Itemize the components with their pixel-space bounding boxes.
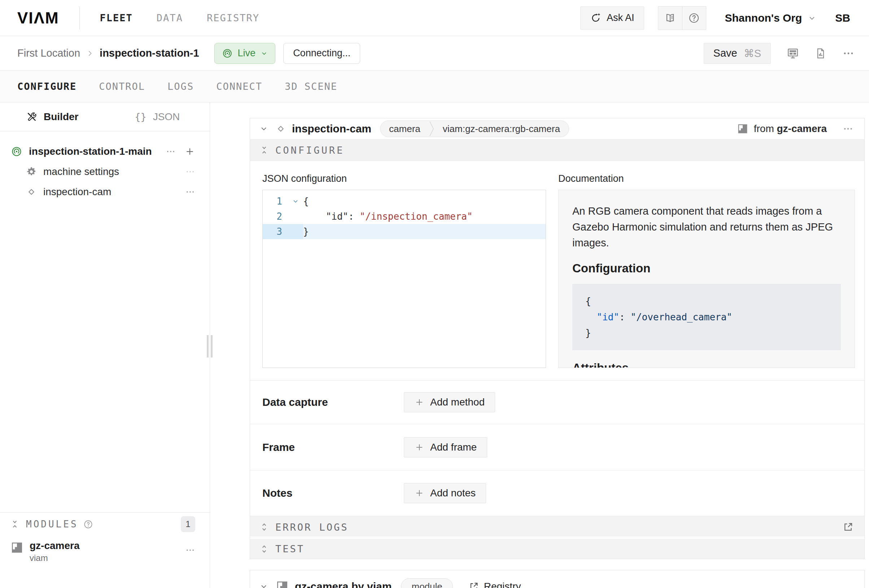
- collapse-chevron-icon[interactable]: [260, 582, 268, 588]
- avatar[interactable]: SB: [835, 12, 850, 24]
- braces-icon: {}: [135, 111, 147, 122]
- inspection-cam-more-menu[interactable]: [185, 187, 195, 197]
- builder-mode-button[interactable]: Builder: [0, 102, 105, 131]
- sidebar-resize-handle[interactable]: [207, 335, 212, 357]
- connecting-button[interactable]: Connecting...: [283, 43, 360, 64]
- save-shortcut: ⌘S: [744, 47, 761, 59]
- pill-separator-icon: [429, 121, 434, 137]
- json-editor[interactable]: 1 { 2 "id": "/inspection_camera": [262, 190, 546, 368]
- add-component-button[interactable]: [184, 146, 195, 157]
- tab-control[interactable]: CONTROL: [99, 81, 145, 92]
- ask-ai-icon: [590, 12, 602, 24]
- component-more-menu[interactable]: [843, 123, 853, 134]
- nav-fleet[interactable]: FLEET: [100, 12, 133, 24]
- fold-chevron-icon[interactable]: [288, 194, 303, 209]
- configure-section-body: JSON configuration 1 { 2: [250, 161, 864, 380]
- divider: [79, 6, 80, 30]
- module-icon: [11, 542, 23, 554]
- ask-ai-button[interactable]: Ask AI: [580, 6, 644, 30]
- tree-item-main-part[interactable]: inspection-station-1-main: [0, 141, 210, 161]
- nav-data[interactable]: DATA: [157, 12, 183, 24]
- data-capture-row: Data capture Add method: [250, 380, 864, 424]
- module-icon: [737, 123, 748, 134]
- tree-item-machine-settings[interactable]: machine settings: [0, 161, 210, 182]
- breadcrumb-location[interactable]: First Location: [17, 47, 80, 59]
- tree-item-inspection-cam[interactable]: inspection-cam: [0, 182, 210, 202]
- config-sidebar: Builder {} JSON inspection-station-1-mai…: [0, 102, 210, 588]
- doc-description: An RGB camera component that reads image…: [572, 203, 841, 251]
- nav-registry[interactable]: REGISTRY: [207, 12, 260, 24]
- viam-logo[interactable]: VIΛM: [17, 9, 59, 27]
- save-button[interactable]: Save ⌘S: [704, 43, 771, 64]
- machine-report-button[interactable]: [815, 47, 826, 59]
- configure-section-header[interactable]: CONFIGURE: [250, 139, 864, 161]
- expand-icon: [260, 522, 269, 532]
- tab-configure[interactable]: CONFIGURE: [17, 81, 77, 92]
- component-card-header: inspection-cam camera viam:gz-camera:rgb…: [250, 118, 864, 139]
- doc-configuration-heading: Configuration: [572, 262, 841, 275]
- module-card-title: gz-camera by viam: [295, 581, 391, 588]
- component-diamond-icon: [275, 123, 286, 134]
- mode-toggle: Builder {} JSON: [0, 102, 210, 131]
- machine-name: inspection-station-1: [99, 47, 199, 59]
- module-card-gz-camera: gz-camera by viam module Registry: [250, 570, 865, 588]
- editor-line-active: 3 }: [263, 224, 546, 239]
- part-more-menu[interactable]: [166, 147, 176, 157]
- component-name: inspection-cam: [292, 123, 371, 135]
- component-card-inspection-cam: inspection-cam camera viam:gz-camera:rgb…: [250, 118, 865, 559]
- machine-part-tree: inspection-station-1-main machine settin…: [0, 131, 210, 202]
- collapse-chevron-icon[interactable]: [260, 124, 268, 133]
- tab-connect[interactable]: CONNECT: [216, 81, 262, 92]
- chevron-down-icon: [261, 50, 268, 57]
- add-method-button[interactable]: Add method: [404, 392, 495, 412]
- module-list-item[interactable]: gz-camera viam: [0, 536, 210, 563]
- test-section-header[interactable]: TEST: [250, 538, 864, 559]
- tab-logs[interactable]: LOGS: [168, 81, 194, 92]
- modules-count-badge: 1: [181, 516, 195, 532]
- data-capture-label: Data capture: [262, 396, 404, 408]
- help-icon: [688, 12, 700, 24]
- machine-more-menu[interactable]: [842, 47, 854, 59]
- viam-app: VIΛM FLEET DATA REGISTRY Ask AI: [0, 0, 869, 588]
- org-switcher[interactable]: Shannon's Org: [725, 12, 817, 24]
- plus-icon: [414, 397, 424, 407]
- doc-code-block: { "id": "/overhead_camera" }: [572, 284, 841, 350]
- machine-part-icon: [11, 146, 22, 157]
- book-icon: [664, 12, 676, 24]
- machine-status-dropdown[interactable]: Live: [214, 43, 276, 64]
- external-link-icon: [469, 582, 479, 588]
- from-module-label: from gz-camera: [737, 123, 827, 135]
- module-card-header: gz-camera by viam module Registry: [250, 570, 864, 588]
- top-bar: VIΛM FLEET DATA REGISTRY Ask AI: [0, 0, 869, 36]
- main-content: inspection-cam camera viam:gz-camera:rgb…: [210, 102, 869, 588]
- open-logs-external-icon[interactable]: [843, 521, 853, 532]
- gear-icon: [26, 166, 37, 177]
- editor-line: 2 "id": "/inspection_camera": [263, 209, 546, 224]
- add-notes-button[interactable]: Add notes: [404, 483, 486, 503]
- tab-3d-scene[interactable]: 3D SCENE: [285, 81, 337, 92]
- add-frame-button[interactable]: Add frame: [404, 437, 487, 458]
- registry-link[interactable]: Registry: [469, 581, 521, 588]
- documentation-panel: An RGB camera component that reads image…: [558, 190, 855, 368]
- json-configuration-label: JSON configuration: [262, 173, 546, 184]
- component-diamond-icon: [26, 187, 37, 197]
- help-button[interactable]: [682, 6, 706, 30]
- primary-nav: FLEET DATA REGISTRY: [100, 12, 260, 24]
- modules-help-icon[interactable]: [83, 520, 93, 529]
- docs-button[interactable]: [658, 6, 682, 30]
- json-mode-button[interactable]: {} JSON: [105, 102, 210, 131]
- plus-icon: [414, 442, 424, 452]
- help-button-group: [658, 6, 706, 30]
- module-icon: [276, 581, 288, 588]
- component-type-pill[interactable]: camera viam:gz-camera:rgb-camera: [380, 120, 569, 137]
- modules-header[interactable]: MODULES 1: [0, 512, 210, 536]
- expand-icon: [260, 544, 269, 554]
- machine-dashboard-button[interactable]: [787, 47, 799, 59]
- notes-label: Notes: [262, 487, 404, 499]
- tools-icon: [26, 111, 37, 122]
- machine-settings-more-menu[interactable]: [185, 167, 195, 177]
- error-logs-section-header[interactable]: ERROR LOGS: [250, 516, 864, 538]
- plus-icon: [414, 488, 424, 498]
- module-more-menu[interactable]: [185, 545, 195, 555]
- module-badge: module: [401, 578, 452, 588]
